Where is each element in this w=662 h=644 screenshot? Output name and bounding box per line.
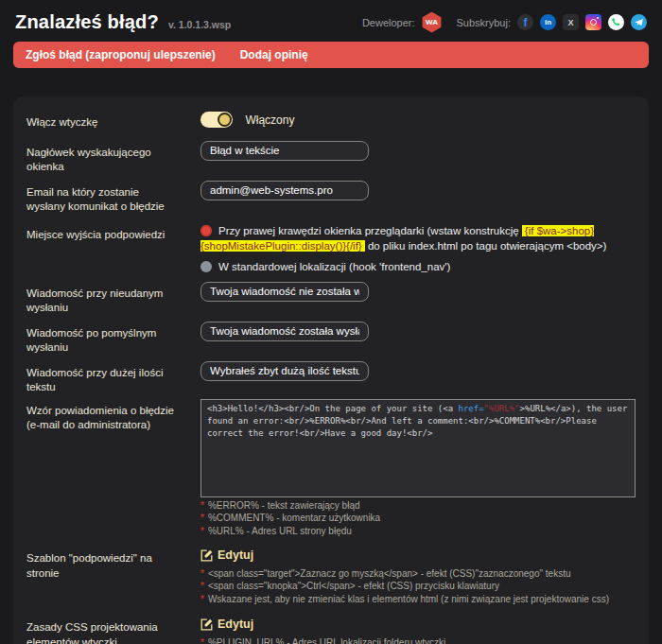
placement-row: Miejsce wyjścia podpowiedzi Przy prawej … [26,223,636,274]
fail-message-label: Wiadomość przy nieudanym wysłaniu [26,282,180,316]
header-meta: Deweloper: WA Subskrybuj: f in X [362,12,647,33]
telegram-icon[interactable] [631,14,647,30]
facebook-glyph: f [524,16,528,29]
css-rules-row: Zasady CSS projektowania elementów wtycz… [26,616,636,644]
x-glyph: X [567,18,573,27]
asterisk: * [200,637,204,644]
edit-icon [200,549,213,562]
note-url: *%URL% - Adres URL strony błędu [200,526,636,538]
note-comment: *%COMMENT% - komentarz użytkownika [200,513,636,525]
asterisk: * [200,500,204,511]
developer-label: Deweloper: [362,17,415,28]
code-string: "%URL%" [484,404,520,413]
asterisk: * [200,581,204,591]
enable-plugin-toggle[interactable] [200,112,233,128]
code-text: <h3>Hello!</h3><br/>On the page of your … [207,404,459,413]
placement-option1-suffix: do pliku index.html po tagu otwierającym… [365,240,607,252]
instagram-icon[interactable] [585,14,601,30]
placement-option-browser-edge: Przy prawej krawędzi okienka przeglądark… [200,223,636,253]
linkedin-icon[interactable]: in [540,14,556,30]
placement-option-standard: W standardowej lokalizacji (hook 'fronte… [200,259,636,274]
radio-selected-icon[interactable] [200,225,212,236]
toggle-state-label: Włączony [245,113,294,127]
enable-plugin-label: Włącz wtyczkę [26,111,180,131]
asterisk: * [200,568,204,579]
webasyst-logo-icon[interactable]: WA [422,12,443,33]
edit-link-label: Edytuj [218,618,253,631]
page-title: Znalazłeś błąd? [15,11,159,33]
too-much-text-input[interactable] [200,361,369,381]
notification-template-label: Wzór powiadomienia o błędzie (e-mail do … [26,399,180,433]
too-much-text-row: Wiadomość przy dużej ilości tekstu [26,361,636,395]
facebook-icon[interactable]: f [517,14,533,30]
email-row: Email na który zostanie wysłany komunika… [26,181,636,215]
code-attr: href= [459,404,484,413]
app-header: Znalazłeś błąd? v. 1.0.1.3.wsp Deweloper… [0,0,662,42]
notification-template-row: Wzór powiadomienia o błędzie (e-mail do … [26,399,636,539]
subscribe-label: Subskrybuj: [457,17,511,28]
radio-unselected-icon[interactable] [200,261,212,272]
note-plugin-url: *%PLUGIN_URL% - Adres URL lokalizacji fo… [200,637,636,644]
settings-panel: Włącz wtyczkę Włączony Nagłówek wyskakuj… [13,96,649,644]
instagram-lens [590,19,597,26]
css-rules-label: Zasady CSS projektowania elementów wtycz… [26,616,180,644]
tooltip-template-label: Szablon "podpowiedzi" na stronie [26,547,180,581]
tooltip-notes: *<span class="target">Zaznacz go myszką<… [200,568,636,606]
asterisk: * [200,594,204,604]
enable-plugin-control: Włączony [200,111,636,128]
edit-tooltip-template-link[interactable]: Edytuj [200,547,253,562]
edit-link-label: Edytuj [218,548,253,562]
fail-message-row: Wiadomość przy nieudanym wysłaniu [26,282,636,316]
enable-plugin-row: Włącz wtyczkę Włączony [26,111,636,131]
notification-template-editor[interactable]: <h3>Hello!</h3><br/>On the page of your … [200,399,636,497]
x-twitter-icon[interactable]: X [563,14,579,30]
placement-option1-text: Przy prawej krawędzi okienka przeglądark… [218,225,522,236]
edit-icon [200,618,213,631]
note-error: *%ERROR% - tekst zawierający błąd [200,500,636,513]
template-notes: *%ERROR% - tekst zawierający błąd *%COMM… [200,500,636,538]
popup-header-row: Nagłówek wyskakującego okienka [26,141,636,175]
feedback-bar: Zgłoś błąd (zaproponuj ulepszenie) Dodaj… [13,42,649,68]
report-bug-link[interactable]: Zgłoś błąd (zaproponuj ulepszenie) [26,48,216,61]
email-label: Email na który zostanie wysłany komunika… [26,181,180,215]
note-target-span: *<span class="target">Zaznacz go myszką<… [200,568,636,581]
placement-label: Miejsce wyjścia podpowiedzi [26,223,180,243]
note-keep-classes: *Wskazane jest, aby nie zmieniać klas i … [200,594,636,606]
popup-header-label: Nagłówek wyskakującego okienka [26,141,180,175]
paper-plane-glyph [634,17,644,27]
email-input[interactable] [200,181,369,200]
tooltip-template-row: Szablon "podpowiedzi" na stronie Edytuj … [26,547,636,606]
instagram-dot [597,17,599,19]
placement-option2-text: W standardowej lokalizacji (hook 'fronte… [218,261,450,272]
asterisk: * [200,526,204,536]
success-message-input[interactable] [200,322,369,341]
plugin-version: v. 1.0.1.3.wsp [168,19,231,30]
asterisk: * [200,513,204,523]
note-knopka-span: *<span class="knopka">Ctrl</span> - efek… [200,581,636,593]
css-notes: *%PLUGIN_URL% - Adres URL lokalizacji fo… [200,637,636,644]
toggle-knob [218,113,232,127]
phone-glyph [611,17,621,27]
linkedin-glyph: in [545,18,551,26]
popup-header-input[interactable] [200,141,369,161]
success-message-label: Wiadomość po pomyślnym wysłaniu [26,322,180,356]
add-review-link[interactable]: Dodaj opinię [240,48,308,61]
edit-css-rules-link[interactable]: Edytuj [200,616,253,631]
whatsapp-icon[interactable] [608,14,624,30]
fail-message-input[interactable] [200,282,369,302]
too-much-text-label: Wiadomość przy dużej ilości tekstu [26,361,180,395]
success-message-row: Wiadomość po pomyślnym wysłaniu [26,322,636,356]
